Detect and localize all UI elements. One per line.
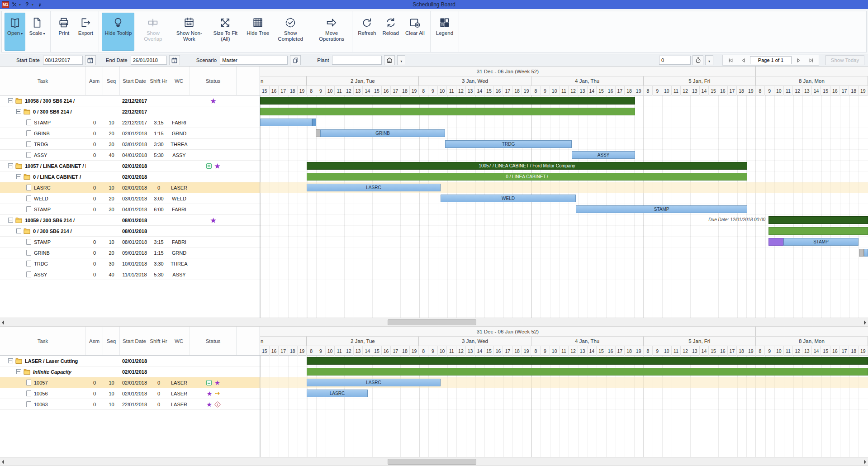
table-row-10057[interactable]: 1005701002/01/20180LASER — [0, 377, 260, 388]
move-operations-button[interactable]: Move Operations — [314, 13, 349, 51]
scroll-left-arrow[interactable] — [2, 320, 4, 325]
table-row-10056[interactable]: 1005601002/01/20180LASER — [0, 388, 260, 399]
operation-bar[interactable]: STAMP — [783, 238, 859, 246]
print-button[interactable]: Print — [53, 13, 74, 51]
gantt-row-0-300-sb6-214 — [260, 226, 868, 237]
operation-bar[interactable] — [260, 119, 312, 126]
table-row-10063[interactable]: 1006301022/01/20180LASER! — [0, 399, 260, 410]
table-row-infinite-capacity[interactable]: Infinite Capacity02/01/2018 — [0, 366, 260, 377]
assembly-bar[interactable] — [307, 368, 868, 376]
reload-button[interactable]: Reload — [379, 13, 401, 51]
start-date-calendar-button[interactable]: 7 — [85, 55, 96, 65]
table-row-10058-300-sb6-214[interactable]: 10058 / 300 SB6 214 /22/12/2017 — [0, 95, 260, 106]
task-label: STAMP — [34, 239, 51, 245]
cell-seq — [103, 366, 120, 377]
show-today-button[interactable]: Show Today — [825, 55, 864, 65]
setup-bar[interactable] — [859, 249, 864, 257]
last-page-button[interactable] — [805, 56, 817, 64]
collapse-expander-icon[interactable] — [16, 369, 21, 374]
assembly-bar[interactable]: 0 / LINEA CABINET / — [307, 173, 747, 181]
table-row-stamp[interactable]: STAMP01008/01/20183:15FABRI — [0, 237, 260, 247]
assembly-bar[interactable] — [768, 227, 868, 235]
next-page-button[interactable] — [792, 56, 804, 64]
table-row-0-linea-cabinet[interactable]: 0 / LINEA CABINET /02/01/2018 — [0, 171, 260, 182]
plant-home-button[interactable] — [384, 55, 395, 65]
operation-remainder-bar[interactable] — [312, 119, 316, 126]
size-to-fit-all-button[interactable]: Size To Fit (All) — [208, 13, 243, 51]
job-bar[interactable] — [768, 216, 868, 224]
collapse-expander-icon[interactable] — [8, 163, 13, 168]
table-row-0-300-sb6-214[interactable]: 0 / 300 SB6 214 /08/01/2018 — [0, 226, 260, 237]
collapse-expander-icon[interactable] — [8, 358, 13, 363]
collapse-expander-icon[interactable] — [8, 218, 13, 223]
table-row-assy[interactable]: ASSY04004/01/20185:30ASSY — [0, 150, 260, 161]
show-completed-button[interactable]: Show Completed — [273, 13, 308, 51]
task-cell: ASSY — [0, 150, 86, 160]
hide-tooltip-button[interactable]: Hide Tooltip — [102, 13, 134, 51]
prev-page-button[interactable] — [737, 56, 749, 64]
table-row-lasrc[interactable]: LASRC01002/01/20180LASER — [0, 182, 260, 193]
page-indicator[interactable] — [750, 56, 792, 64]
table-row-trdg[interactable]: TRDG03010/01/20183:30THREA — [0, 258, 260, 269]
table-row-trdg[interactable]: TRDG03003/01/20183:30THREA — [0, 139, 260, 150]
setup-bar[interactable] — [316, 129, 320, 137]
scroll-thumb[interactable] — [388, 459, 476, 465]
table-row-grinb[interactable]: GRINB02002/01/20181:15GRND — [0, 128, 260, 139]
operation-bar[interactable]: GRINB — [320, 129, 445, 137]
scroll-right-arrow[interactable] — [864, 320, 866, 325]
end-date-input[interactable] — [131, 56, 167, 65]
operation-bar[interactable]: LASRC — [307, 390, 368, 397]
table-row-10059-300-sb6-214[interactable]: 10059 / 300 SB6 214 /08/01/2018 — [0, 215, 260, 226]
job-bar[interactable] — [260, 97, 635, 105]
end-date-calendar-button[interactable]: 7 — [169, 55, 180, 65]
table-row-grinb[interactable]: GRINB02009/01/20181:15GRND — [0, 247, 260, 258]
table-row-laser-laser-cutting[interactable]: LASER / Laser Cutting02/01/2018 — [0, 356, 260, 366]
legend-button[interactable]: Legend — [433, 13, 456, 51]
scenario-input[interactable] — [220, 56, 288, 65]
table-row-0-300-sb6-214[interactable]: 0 / 300 SB6 214 /22/12/2017 — [0, 106, 260, 117]
operation-bar[interactable]: TRDG — [445, 140, 572, 148]
clear-all-button[interactable]: Clear All — [403, 13, 427, 51]
hide-tree-button[interactable]: Hide Tree — [244, 13, 272, 51]
task-label: 10056 — [34, 391, 48, 396]
table-row-stamp[interactable]: STAMP01022/12/20173:15FABRI — [0, 117, 260, 128]
operation-bar[interactable]: LASRC — [307, 184, 441, 191]
scroll-right-arrow[interactable] — [864, 460, 866, 464]
start-date-input[interactable] — [43, 56, 83, 65]
first-page-button[interactable] — [725, 56, 736, 64]
show-non-work-button[interactable]: Show Non-Work — [171, 13, 207, 51]
operation-bar[interactable]: WELD — [441, 195, 576, 202]
scenario-copy-button[interactable] — [290, 55, 301, 65]
table-row-assy[interactable]: ASSY04011/01/20185:30ASSY — [0, 269, 260, 280]
operation-bar[interactable]: LASRC — [307, 379, 441, 386]
scroll-left-arrow[interactable] — [2, 460, 4, 464]
offset-input[interactable] — [659, 56, 691, 65]
locked-bar[interactable] — [768, 238, 783, 246]
collapse-expander-icon[interactable] — [16, 174, 21, 179]
operation-bar[interactable]: STAMP — [576, 205, 747, 213]
job-bar[interactable]: 10057 / LINEA CABINET / Ford Motor Compa… — [307, 162, 747, 170]
job-bar[interactable] — [307, 357, 868, 365]
show-overlap-button[interactable]: Show Overlap — [135, 13, 171, 51]
export-button[interactable]: Export — [75, 13, 96, 51]
clock-caret-button[interactable] — [705, 55, 713, 65]
plant-caret-button[interactable] — [397, 55, 405, 65]
assembly-bar[interactable] — [260, 108, 635, 115]
collapse-expander-icon[interactable] — [16, 228, 21, 233]
column-header-label: WC — [175, 338, 183, 344]
operation-bar[interactable]: ASSY — [572, 151, 635, 159]
refresh-button[interactable]: Refresh — [355, 13, 379, 51]
table-row-10057-linea-cabinet-ford[interactable]: 10057 / LINEA CABINET / Ford02/01/2018 — [0, 161, 260, 171]
plant-input[interactable] — [332, 56, 382, 65]
operation-bar[interactable] — [864, 249, 868, 257]
collapse-expander-icon[interactable] — [8, 98, 13, 103]
table-row-stamp[interactable]: STAMP03004/01/20186:00FABRI — [0, 204, 260, 215]
table-row-weld[interactable]: WELD02003/01/20183:00WELD — [0, 193, 260, 204]
column-header-task: Task — [0, 327, 86, 355]
scale-button[interactable]: Scale ▾ — [26, 13, 47, 51]
open-button[interactable]: Open ▾ — [5, 13, 25, 51]
scroll-thumb[interactable] — [388, 319, 476, 325]
clock-button[interactable] — [693, 55, 703, 65]
task-label: ASSY — [34, 152, 47, 158]
collapse-expander-icon[interactable] — [16, 109, 21, 114]
